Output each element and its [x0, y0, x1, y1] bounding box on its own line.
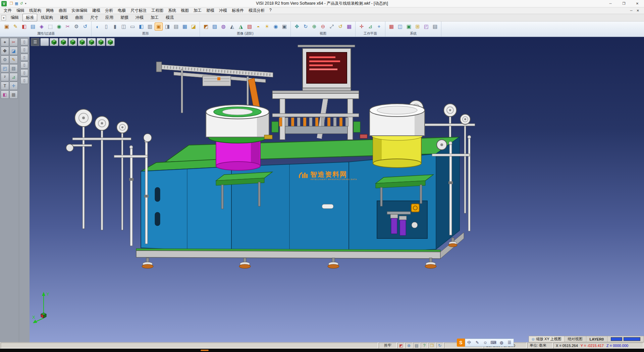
- refresh-icon[interactable]: ↻: [436, 343, 443, 348]
- undo-icon[interactable]: ↺: [20, 2, 23, 5]
- mdi-close-button[interactable]: ✕: [637, 9, 639, 12]
- side-panel-button-6[interactable]: ▯: [20, 77, 28, 84]
- attribute-brush-icon[interactable]: ✎: [11, 23, 19, 31]
- menu-item[interactable]: 模流分析: [246, 8, 267, 13]
- fit-view-icon[interactable]: ⤢: [328, 23, 336, 31]
- viewbar-plain-button[interactable]: [40, 38, 49, 46]
- gantry-press[interactable]: [264, 91, 367, 140]
- camera-icon[interactable]: ◉: [272, 23, 280, 31]
- snap-toggle-icon[interactable]: ◩: [397, 343, 405, 348]
- trim-icon[interactable]: ✂: [9, 38, 18, 46]
- tab-die[interactable]: 冲模: [132, 14, 147, 21]
- side-panel-button-1[interactable]: ▯: [20, 38, 28, 45]
- maximize-button[interactable]: ❐: [617, 0, 631, 7]
- info-icon[interactable]: ▤: [431, 23, 439, 31]
- menu-item[interactable]: 分析: [103, 8, 115, 13]
- refresh-graphics-icon[interactable]: ◐: [94, 23, 102, 31]
- quick-access-dropdown-icon[interactable]: ▾: [25, 2, 26, 5]
- printer-icon[interactable]: ▤: [413, 343, 420, 348]
- tab-edit[interactable]: 编辑: [7, 14, 22, 21]
- menu-item[interactable]: 文件: [1, 8, 14, 13]
- tab-wireframe[interactable]: 线架构: [38, 14, 56, 21]
- tab-machining[interactable]: 加工: [147, 14, 162, 21]
- ime-lang-button[interactable]: 中: [465, 339, 473, 346]
- bowl-feeder-right[interactable]: [370, 104, 425, 168]
- menu-item[interactable]: 实体编辑: [69, 8, 90, 13]
- menu-item[interactable]: 塑模: [204, 8, 217, 13]
- dimension-icon[interactable]: ²: [1, 73, 9, 81]
- zoom-out-view-icon[interactable]: ⊖: [319, 23, 327, 31]
- menu-item[interactable]: 曲面: [56, 8, 69, 13]
- sketch-icon[interactable]: ✎: [9, 55, 18, 64]
- mdi-minimize-button[interactable]: ─: [630, 9, 633, 12]
- globe-icon[interactable]: ⊛: [405, 343, 413, 348]
- view-cube-iso-sw[interactable]: [78, 38, 87, 46]
- render-quality-icon[interactable]: ◩: [202, 23, 210, 31]
- mask-filter-icon[interactable]: ⬚: [46, 23, 54, 31]
- tab-application[interactable]: 应用: [102, 14, 117, 21]
- color-palette-icon[interactable]: ▦: [387, 23, 395, 31]
- tabbar-dropdown-icon[interactable]: ▾: [1, 15, 6, 20]
- tab-surface[interactable]: 曲面: [72, 14, 87, 21]
- folder-icon[interactable]: ❒: [428, 343, 436, 348]
- swatch-icon[interactable]: ▩: [9, 90, 18, 99]
- taskbar-app-glow[interactable]: [201, 350, 209, 351]
- scissors-icon[interactable]: ✂: [64, 23, 72, 31]
- shaded-edges-icon[interactable]: ▣: [155, 23, 163, 31]
- material-icon[interactable]: ◓: [254, 23, 262, 31]
- ime-toolbar[interactable]: S 中✎☺⌨◍☰: [457, 339, 514, 347]
- dynamic-view-icon[interactable]: ▭: [128, 23, 137, 31]
- tab-standard[interactable]: 标准: [22, 14, 37, 21]
- select-icon[interactable]: ⌖: [1, 38, 9, 46]
- grid-settings-icon[interactable]: ⊞: [414, 23, 422, 31]
- conveyor-rail[interactable]: [156, 62, 273, 113]
- save-file-icon[interactable]: ▦: [15, 2, 18, 5]
- menu-item[interactable]: 电极: [115, 8, 128, 13]
- help-icon[interactable]: ?: [421, 343, 428, 348]
- texture-icon[interactable]: ▨: [211, 23, 219, 31]
- text-icon[interactable]: T: [1, 82, 9, 90]
- properties-icon[interactable]: ▣: [3, 23, 11, 31]
- menu-item[interactable]: 冲模: [217, 8, 229, 13]
- reflection-icon[interactable]: ◮: [237, 23, 245, 31]
- menu-item[interactable]: 网格: [44, 8, 56, 13]
- side-panel-button-4[interactable]: ▯: [20, 61, 28, 69]
- ime-emoji-button[interactable]: ☺: [481, 339, 489, 346]
- menu-item[interactable]: 工程图: [149, 8, 166, 13]
- move-icon[interactable]: ✥: [1, 47, 9, 55]
- shadow-icon[interactable]: ◭: [228, 23, 236, 31]
- view-selector[interactable]: ◎ 缩放 XY 上视图: [529, 336, 564, 342]
- workplane-origin-icon[interactable]: ⌖: [375, 23, 383, 31]
- tab-mold[interactable]: 塑膜: [117, 14, 132, 21]
- view-cube-iso-se[interactable]: [68, 38, 77, 46]
- erase-icon[interactable]: ◪: [9, 47, 18, 55]
- background-icon[interactable]: ▧: [246, 23, 254, 31]
- menu-item[interactable]: 视图: [178, 8, 191, 13]
- menu-item[interactable]: 建模: [90, 8, 103, 13]
- active-layer-indicator[interactable]: LAYER0: [586, 336, 607, 342]
- transparency-icon[interactable]: ◍: [219, 23, 227, 31]
- reset-filter-icon[interactable]: ↺: [81, 23, 89, 31]
- previous-view-icon[interactable]: ↺: [336, 23, 344, 31]
- snap-icon[interactable]: ✛: [9, 82, 18, 90]
- machine-model[interactable]: [30, 37, 644, 342]
- sogou-logo-icon[interactable]: S: [457, 339, 465, 347]
- zoom-window-icon[interactable]: ◧: [137, 23, 145, 31]
- side-panel-button-2[interactable]: ▯: [20, 46, 28, 53]
- view-cube-iso-ne[interactable]: [59, 38, 68, 46]
- hidden-line-icon[interactable]: ◫: [120, 23, 128, 31]
- perspective-icon[interactable]: ◨: [163, 23, 171, 31]
- color-swatch[interactable]: [611, 337, 622, 341]
- app-logo-icon[interactable]: V: [1, 1, 7, 6]
- measure-icon[interactable]: ⊿: [9, 73, 18, 81]
- sheet-icon[interactable]: ▤: [9, 64, 18, 73]
- light-source-icon[interactable]: ☀: [263, 23, 271, 31]
- lock-toggle[interactable]: 拴牢: [379, 343, 397, 348]
- close-button[interactable]: ✕: [631, 0, 644, 7]
- ime-mic-button[interactable]: ◍: [497, 339, 505, 346]
- shaded-display-icon[interactable]: ▮: [111, 23, 119, 31]
- menu-item[interactable]: 编辑: [14, 8, 27, 13]
- named-view-icon[interactable]: ▦: [345, 23, 353, 31]
- grid-display-icon[interactable]: ▦: [181, 23, 189, 31]
- menu-item[interactable]: 线架构: [27, 8, 44, 13]
